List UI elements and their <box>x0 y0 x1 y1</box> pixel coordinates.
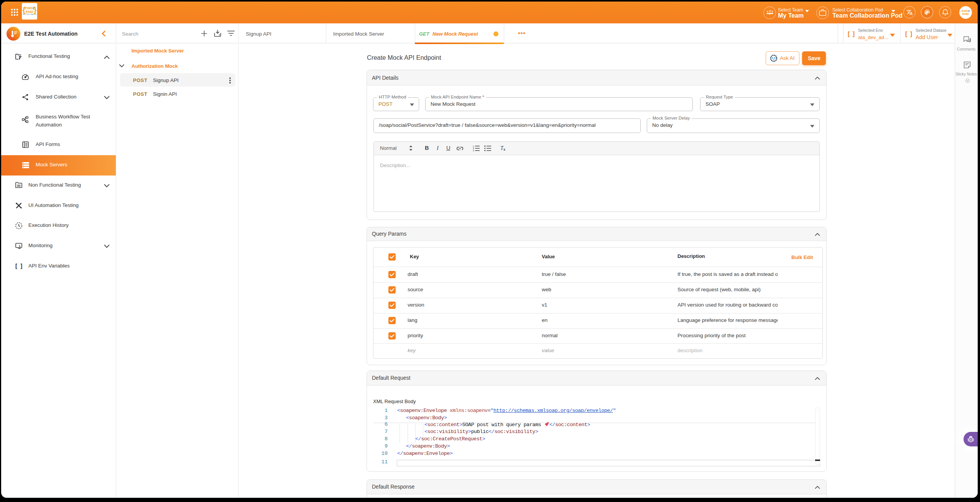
svg-text:3: 3 <box>473 149 474 151</box>
